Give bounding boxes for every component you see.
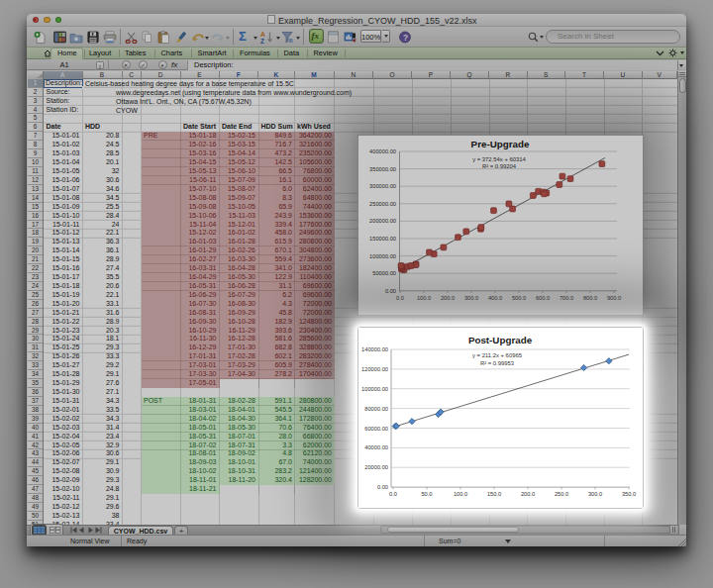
svg-text:0.00: 0.00 bbox=[377, 484, 388, 490]
svg-text:0.0: 0.0 bbox=[396, 295, 404, 301]
svg-text:100000.00: 100000.00 bbox=[369, 253, 396, 259]
svg-text:200.0: 200.0 bbox=[521, 491, 535, 497]
svg-text:Pre-Upgrade: Pre-Upgrade bbox=[471, 139, 530, 149]
svg-text:100.0: 100.0 bbox=[454, 491, 467, 497]
svg-text:150.0: 150.0 bbox=[487, 491, 501, 497]
svg-text:150000.00: 150000.00 bbox=[369, 236, 396, 242]
svg-text:100000.00: 100000.00 bbox=[361, 385, 388, 391]
svg-text:200000.00: 200000.00 bbox=[369, 218, 396, 224]
svg-text:80000.00: 80000.00 bbox=[364, 405, 388, 411]
svg-text:500.0: 500.0 bbox=[512, 295, 526, 301]
svg-text:R² = 0.99953: R² = 0.99953 bbox=[480, 359, 515, 365]
svg-text:100.0: 100.0 bbox=[417, 295, 431, 301]
svg-text:250000.00: 250000.00 bbox=[369, 201, 396, 207]
svg-text:Post-Upgrade: Post-Upgrade bbox=[468, 334, 533, 344]
svg-text:Z: Z bbox=[260, 37, 264, 44]
svg-text:0.0: 0.0 bbox=[389, 491, 397, 497]
svg-text:y = 211.2x + 60965: y = 211.2x + 60965 bbox=[472, 352, 523, 358]
svg-text:0.00: 0.00 bbox=[385, 288, 396, 294]
svg-text:300000.00: 300000.00 bbox=[369, 183, 396, 189]
svg-text:600.0: 600.0 bbox=[536, 295, 550, 301]
svg-text:350000.00: 350000.00 bbox=[369, 166, 396, 172]
svg-text:40000.00: 40000.00 bbox=[364, 444, 388, 450]
svg-text:350.0: 350.0 bbox=[622, 491, 636, 497]
svg-text:R² = 0.99204: R² = 0.99204 bbox=[482, 163, 517, 169]
svg-text:200.0: 200.0 bbox=[441, 295, 455, 301]
svg-text:50000.00: 50000.00 bbox=[372, 270, 396, 276]
svg-text:300.0: 300.0 bbox=[588, 491, 602, 497]
svg-text:140000.00: 140000.00 bbox=[361, 346, 388, 352]
svg-text:20000.00: 20000.00 bbox=[364, 464, 388, 470]
svg-text:700.0: 700.0 bbox=[560, 295, 573, 301]
svg-text:50.0: 50.0 bbox=[421, 491, 432, 497]
svg-text:?: ? bbox=[403, 32, 408, 42]
svg-text:800.0: 800.0 bbox=[583, 295, 597, 301]
svg-text:120000.00: 120000.00 bbox=[361, 365, 388, 371]
svg-text:60000.00: 60000.00 bbox=[364, 425, 388, 431]
svg-text:400.0: 400.0 bbox=[488, 295, 502, 301]
svg-text:y = 372.54x + 60314: y = 372.54x + 60314 bbox=[472, 156, 526, 162]
svg-text:250.0: 250.0 bbox=[555, 491, 568, 497]
svg-text:900.0: 900.0 bbox=[607, 295, 621, 301]
svg-text:400000.00: 400000.00 bbox=[369, 148, 396, 154]
svg-text:300.0: 300.0 bbox=[464, 295, 478, 301]
